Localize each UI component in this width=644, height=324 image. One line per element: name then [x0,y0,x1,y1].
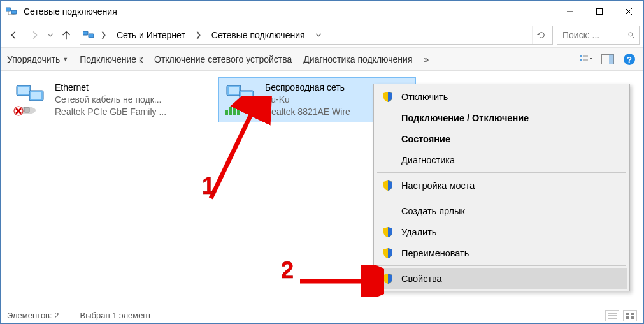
chevron-right-icon: ❯ [193,31,204,39]
svg-text:?: ? [627,55,632,64]
menu-item-status[interactable]: Состояние [376,128,627,149]
details-view-button[interactable] [605,310,619,321]
svg-rect-6 [83,31,88,35]
menu-label: Удалить [401,227,436,237]
svg-rect-32 [229,107,232,115]
overflow-label: » [424,54,429,64]
context-menu: Отключить Подключение / Отключение Состо… [373,84,630,291]
disable-device-button[interactable]: Отключение сетевого устройства [154,54,292,64]
diagnose-label: Диагностика подключения [303,54,412,64]
shield-icon [382,180,394,191]
menu-item-bridge[interactable]: Настройка моста [376,175,627,196]
menu-item-create-shortcut[interactable]: Создать ярлык [376,200,627,221]
menu-label: Диагностика [401,155,455,165]
search-box[interactable] [557,26,640,45]
connection-name: Ethernet [55,82,166,94]
svg-rect-20 [18,87,29,94]
address-bar[interactable]: ❯ Сеть и Интернет ❯ Сетевые подключения [80,26,553,45]
chevron-down-icon: ▼ [62,56,68,63]
minimize-button[interactable] [555,1,585,22]
svg-rect-33 [233,105,236,115]
svg-rect-43 [631,316,634,319]
app-icon [6,6,17,17]
connection-status: Ku-Ku [265,94,350,106]
svg-rect-0 [6,8,11,11]
connection-device: Realtek PCIe GbE Family ... [55,106,166,118]
help-button[interactable]: ? [622,52,637,67]
svg-rect-30 [241,92,252,99]
svg-rect-31 [225,110,228,115]
status-selection: Выбран 1 элемент [80,311,151,320]
connect-to-label: Подключение к [80,54,143,64]
svg-point-8 [629,32,633,36]
menu-separator [377,172,626,173]
connection-status: Сетевой кабель не подк... [55,94,166,106]
large-icons-view-button[interactable] [623,310,637,321]
svg-rect-29 [229,87,239,94]
shield-icon [382,91,394,103]
diagnose-button[interactable]: Диагностика подключения [303,54,412,64]
search-icon [627,31,635,40]
menu-item-properties[interactable]: Свойства [376,268,627,289]
menu-label: Свойства [401,274,442,284]
svg-rect-21 [31,92,41,99]
menu-label: Состояние [401,134,450,144]
status-item-count: Элементов: 2 [7,311,59,320]
menu-separator [377,198,626,198]
wifi-connected-icon [223,82,259,117]
recent-locations-button[interactable] [45,26,55,45]
connection-item-ethernet[interactable]: Ethernet Сетевой кабель не подк... Realt… [8,77,206,122]
view-options-button[interactable] [578,52,594,67]
connection-name: Беспроводная сеть [265,82,350,94]
menu-item-connect-disconnect[interactable]: Подключение / Отключение [376,107,627,128]
up-button[interactable] [57,26,76,45]
connect-to-button[interactable]: Подключение к [80,54,143,64]
menu-item-diagnostics[interactable]: Диагностика [376,149,627,170]
title-bar: Сетевые подключения [1,1,643,22]
annotation-number-1: 1 [202,173,215,200]
svg-rect-23 [24,107,29,112]
annotation-arrow-2 [295,265,384,297]
breadcrumb-item-network-internet[interactable]: Сеть и Интернет [113,26,189,44]
disable-device-label: Отключение сетевого устройства [154,54,292,64]
address-dropdown-button[interactable] [313,32,324,38]
window-controls [555,1,643,22]
menu-label: Подключение / Отключение [401,113,529,123]
menu-label: Отключить [401,92,448,102]
svg-rect-41 [631,313,634,315]
back-button[interactable] [4,26,24,45]
close-button[interactable] [614,1,643,22]
search-input[interactable] [561,29,625,41]
svg-rect-15 [609,54,614,64]
svg-rect-11 [580,59,582,61]
ethernet-disconnected-icon [13,82,48,117]
preview-pane-button[interactable] [600,52,615,67]
menu-item-rename[interactable]: Переименовать [376,242,627,263]
menu-label: Переименовать [401,248,469,258]
status-separator [69,311,69,320]
menu-item-disable[interactable]: Отключить [376,86,627,107]
organize-button[interactable]: Упорядочить ▼ [7,54,68,64]
menu-label: Настройка моста [401,180,475,191]
window-title: Сетевые подключения [24,6,555,17]
svg-rect-7 [89,34,94,38]
shield-icon [382,247,394,259]
overflow-button[interactable]: » [424,54,429,64]
shield-icon [382,226,394,238]
svg-rect-40 [626,313,629,315]
refresh-button[interactable] [532,26,550,44]
forward-button[interactable] [25,26,44,45]
command-bar: Упорядочить ▼ Подключение к Отключение с… [1,48,643,71]
organize-label: Упорядочить [7,54,60,64]
svg-rect-42 [626,316,629,319]
svg-rect-1 [11,10,17,14]
location-icon [83,29,94,41]
svg-line-9 [632,36,634,38]
nav-bar: ❯ Сеть и Интернет ❯ Сетевые подключения [1,22,643,48]
breadcrumb-item-network-connections[interactable]: Сетевые подключения [208,26,309,44]
svg-rect-10 [580,55,582,57]
menu-item-delete[interactable]: Удалить [376,221,627,242]
content-area: Ethernet Сетевой кабель не подк... Realt… [1,71,643,308]
menu-label: Создать ярлык [401,206,465,216]
maximize-button[interactable] [585,1,614,22]
